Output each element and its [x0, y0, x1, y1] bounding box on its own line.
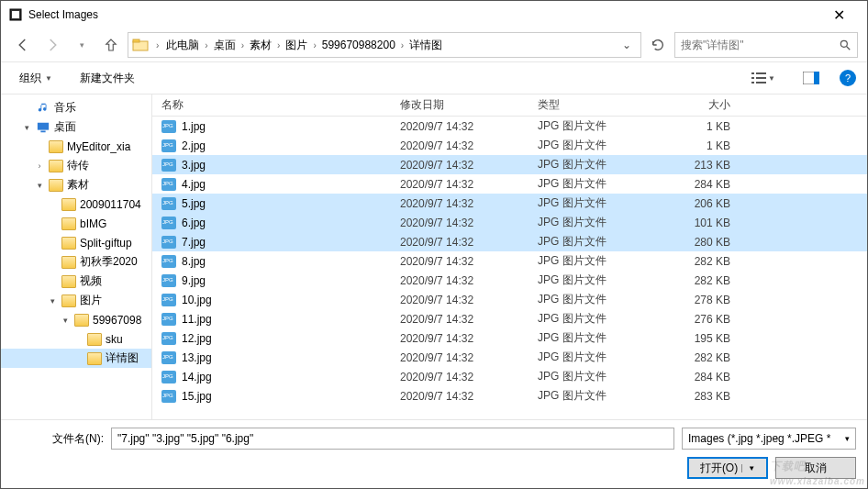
search-input[interactable] [681, 39, 839, 51]
file-type: JPG 图片文件 [538, 330, 657, 346]
help-button[interactable]: ? [840, 70, 856, 86]
file-size: 1 KB [657, 120, 749, 133]
tree-item[interactable]: sku [1, 329, 151, 349]
file-size: 284 KB [657, 371, 749, 383]
tree-item-label: bIMG [80, 217, 106, 230]
file-row[interactable]: 11.jpg2020/9/7 14:32JPG 图片文件276 KB [152, 309, 867, 328]
forward-button[interactable] [39, 32, 65, 58]
organize-label: 组织 [19, 71, 41, 86]
file-row[interactable]: 1.jpg2020/9/7 14:32JPG 图片文件1 KB [152, 117, 867, 136]
file-row[interactable]: 10.jpg2020/9/7 14:32JPG 图片文件278 KB [152, 290, 867, 309]
recent-dropdown[interactable]: ▾ [69, 32, 95, 58]
col-date[interactable]: 修改日期 [400, 97, 538, 113]
breadcrumb-item[interactable]: 图片 [282, 37, 311, 53]
svg-rect-6 [751, 72, 754, 74]
search-icon [839, 39, 851, 51]
tree-item[interactable]: 音乐 [1, 98, 151, 117]
file-size: 283 KB [657, 390, 749, 403]
file-size: 282 KB [657, 274, 749, 287]
jpg-icon [161, 178, 176, 191]
file-row[interactable]: 7.jpg2020/9/7 14:32JPG 图片文件280 KB [152, 232, 867, 251]
column-headers[interactable]: 名称 修改日期 类型 大小 [152, 94, 867, 117]
breadcrumb-item[interactable]: 桌面 [210, 37, 239, 53]
file-row[interactable]: 6.jpg2020/9/7 14:32JPG 图片文件101 KB [152, 213, 867, 232]
svg-rect-11 [756, 82, 766, 83]
filename-label: 文件名(N): [12, 431, 104, 447]
file-row[interactable]: 13.jpg2020/9/7 14:32JPG 图片文件282 KB [152, 348, 867, 367]
cancel-button[interactable]: 取消 [775, 457, 856, 479]
file-name: 8.jpg [182, 255, 400, 268]
file-name: 10.jpg [182, 294, 400, 306]
tree-item[interactable]: 视频 [1, 272, 151, 291]
breadcrumb-item[interactable]: 详情图 [406, 37, 446, 53]
col-type[interactable]: 类型 [538, 97, 657, 113]
open-button[interactable]: 打开(O) ▼ [687, 457, 768, 479]
file-row[interactable]: 14.jpg2020/9/7 14:32JPG 图片文件284 KB [152, 367, 867, 386]
folder-tree[interactable]: 音乐▾桌面MyEditor_xia›待传▾素材2009011704bIMGSpl… [1, 94, 152, 419]
view-mode-button[interactable]: ▼ [744, 69, 783, 87]
refresh-button[interactable] [645, 32, 671, 58]
file-type: JPG 图片文件 [538, 272, 657, 288]
filename-input[interactable] [111, 428, 674, 450]
tree-item[interactable]: 2009011704 [1, 194, 151, 214]
file-rows[interactable]: 1.jpg2020/9/7 14:32JPG 图片文件1 KB2.jpg2020… [152, 117, 867, 419]
organize-button[interactable]: 组织 ▼ [12, 68, 60, 89]
svg-rect-3 [133, 39, 139, 42]
jpg-icon [161, 197, 176, 210]
filetype-filter[interactable]: Images (*.jpg *.jpeg *.JPEG * ▾ [682, 428, 856, 450]
tree-item[interactable]: ▾图片 [1, 291, 151, 310]
folder-icon [61, 295, 76, 307]
chevron-down-icon: ▼ [741, 464, 755, 472]
breadcrumb[interactable]: › 此电脑›桌面›素材›图片›599670988200›详情图 ⌄ [128, 32, 641, 58]
tree-item[interactable]: 初秋季2020 [1, 252, 151, 272]
breadcrumb-item[interactable]: 599670988200 [318, 37, 399, 53]
col-size[interactable]: 大小 [657, 97, 749, 113]
file-row[interactable]: 9.jpg2020/9/7 14:32JPG 图片文件282 KB [152, 271, 867, 290]
tree-item[interactable]: ›待传 [1, 156, 151, 175]
close-button[interactable]: ✕ [818, 1, 860, 28]
new-folder-button[interactable]: 新建文件夹 [72, 68, 142, 89]
expand-icon[interactable]: ▾ [21, 123, 32, 132]
breadcrumb-item[interactable]: 此电脑 [162, 37, 203, 53]
file-type: JPG 图片文件 [538, 118, 657, 134]
back-button[interactable] [10, 32, 36, 58]
file-size: 213 KB [657, 159, 749, 172]
col-name[interactable]: 名称 [161, 97, 400, 113]
file-name: 9.jpg [182, 274, 400, 287]
file-row[interactable]: 15.jpg2020/9/7 14:32JPG 图片文件283 KB [152, 386, 867, 406]
tree-item[interactable]: ▾桌面 [1, 117, 151, 137]
tree-item[interactable]: MyEditor_xia [1, 137, 151, 156]
file-name: 15.jpg [182, 390, 400, 403]
file-date: 2020/9/7 14:32 [400, 371, 538, 383]
preview-pane-button[interactable] [796, 69, 827, 87]
expand-icon[interactable]: ▾ [34, 181, 45, 190]
expand-icon[interactable]: ▾ [47, 296, 58, 306]
breadcrumb-dropdown[interactable]: ⌄ [617, 39, 637, 51]
file-type: JPG 图片文件 [538, 157, 657, 172]
file-row[interactable]: 8.jpg2020/9/7 14:32JPG 图片文件282 KB [152, 251, 867, 271]
breadcrumb-item[interactable]: 素材 [246, 37, 275, 53]
svg-rect-8 [751, 77, 754, 79]
search-box[interactable] [674, 32, 858, 58]
up-button[interactable] [98, 32, 124, 58]
file-row[interactable]: 3.jpg2020/9/7 14:32JPG 图片文件213 KB [152, 155, 867, 174]
file-row[interactable]: 5.jpg2020/9/7 14:32JPG 图片文件206 KB [152, 194, 867, 213]
filter-label: Images (*.jpg *.jpeg *.JPEG * [688, 432, 830, 445]
chevron-right-icon: › [203, 40, 209, 50]
file-type: JPG 图片文件 [538, 311, 657, 327]
expand-icon[interactable]: › [34, 161, 45, 171]
file-date: 2020/9/7 14:32 [400, 159, 538, 172]
file-row[interactable]: 12.jpg2020/9/7 14:32JPG 图片文件195 KB [152, 328, 867, 348]
file-date: 2020/9/7 14:32 [400, 274, 538, 287]
tree-item[interactable]: ▾素材 [1, 175, 151, 194]
expand-icon[interactable]: ▾ [60, 316, 71, 325]
tree-item[interactable]: Split-giftup [1, 233, 151, 252]
tree-item[interactable]: ▾59967098 [1, 310, 151, 329]
file-row[interactable]: 4.jpg2020/9/7 14:32JPG 图片文件284 KB [152, 174, 867, 194]
tree-item[interactable]: 详情图 [1, 349, 151, 368]
folder-icon [61, 275, 76, 288]
file-row[interactable]: 2.jpg2020/9/7 14:32JPG 图片文件1 KB [152, 136, 867, 155]
file-name: 5.jpg [182, 197, 400, 210]
folder-icon [49, 179, 63, 192]
tree-item[interactable]: bIMG [1, 214, 151, 233]
